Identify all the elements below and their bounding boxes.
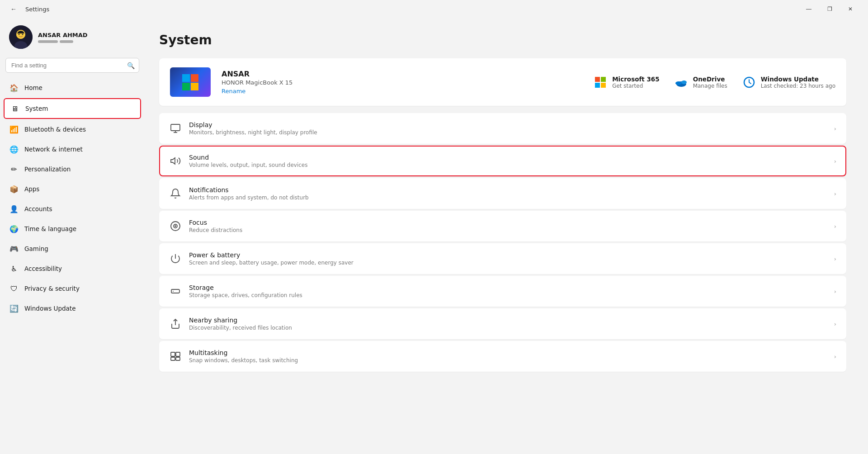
settings-text-sound: Sound Volume levels, output, input, soun…	[189, 154, 827, 168]
svg-marker-21	[171, 158, 175, 164]
settings-icon-display	[169, 122, 182, 135]
nav-label-time: Time & language	[24, 225, 76, 232]
back-button[interactable]: ←	[7, 3, 20, 15]
settings-icon-storage	[169, 285, 182, 298]
settings-icon-notifications	[169, 187, 182, 200]
nav-label-network: Network & internet	[24, 146, 83, 153]
sidebar-profile: ANSAR AHMAD	[4, 18, 141, 54]
settings-item-display[interactable]: Display Monitors, brightness, night ligh…	[159, 113, 846, 144]
chevron-icon-multitasking: ›	[834, 353, 836, 360]
sidebar-username: ANSAR AHMAD	[38, 32, 88, 38]
sidebar-item-accounts[interactable]: 👤 Accounts	[4, 199, 141, 218]
sidebar-item-network[interactable]: 🌐 Network & internet	[4, 140, 141, 159]
quick-link-microsoft365[interactable]: Microsoft 365 Get started	[593, 75, 660, 90]
svg-rect-30	[171, 357, 175, 360]
nav-label-apps: Apps	[24, 185, 39, 193]
sidebar-item-apps[interactable]: 📦 Apps	[4, 180, 141, 199]
sidebar-item-windows-update[interactable]: 🔄 Windows Update	[4, 299, 141, 318]
nav-label-personalization: Personalization	[24, 166, 71, 173]
nav-icon-personalization: ✏️	[9, 164, 19, 174]
settings-subtitle-sound: Volume levels, output, input, sound devi…	[189, 162, 827, 168]
rename-link[interactable]: Rename	[222, 88, 582, 95]
quick-link-title-onedrive: OneDrive	[693, 76, 727, 83]
chevron-icon-focus: ›	[834, 223, 836, 230]
quick-link-sub-microsoft365: Get started	[612, 83, 660, 89]
device-model: HONOR MagicBook X 15	[222, 79, 582, 86]
quick-link-sub-onedrive: Manage files	[693, 83, 727, 89]
settings-item-multitasking[interactable]: Multitasking Snap windows, desktops, tas…	[159, 341, 846, 372]
svg-rect-13	[601, 83, 606, 88]
chevron-icon-nearby: ›	[834, 321, 836, 327]
sidebar-item-time[interactable]: 🌍 Time & language	[4, 219, 141, 238]
sidebar-bar-1	[38, 40, 58, 43]
settings-title-multitasking: Multitasking	[189, 349, 827, 356]
settings-item-power[interactable]: Power & battery Screen and sleep, batter…	[159, 243, 846, 274]
nav-icon-accessibility: ♿	[9, 264, 19, 274]
quick-link-onedrive[interactable]: OneDrive Manage files	[674, 75, 727, 90]
nav-label-bluetooth: Bluetooth & devices	[24, 126, 86, 133]
settings-subtitle-nearby: Discoverability, received files location	[189, 325, 827, 331]
settings-item-notifications[interactable]: Notifications Alerts from apps and syste…	[159, 178, 846, 209]
maximize-button[interactable]: ❐	[819, 2, 840, 16]
chevron-icon-display: ›	[834, 125, 836, 132]
nav-label-windows-update: Windows Update	[24, 305, 75, 312]
quick-links: Microsoft 365 Get started OneDrive Manag…	[593, 75, 835, 90]
svg-point-15	[675, 81, 682, 85]
quick-link-text-onedrive: OneDrive Manage files	[693, 76, 727, 89]
svg-rect-28	[171, 352, 175, 356]
chevron-icon-storage: ›	[834, 288, 836, 295]
svg-rect-12	[595, 83, 600, 88]
settings-text-display: Display Monitors, brightness, night ligh…	[189, 121, 827, 136]
nav-icon-time: 🌍	[9, 224, 19, 234]
nav-icon-privacy: 🛡	[9, 284, 19, 293]
settings-subtitle-storage: Storage space, drives, configuration rul…	[189, 292, 827, 298]
settings-text-notifications: Notifications Alerts from apps and syste…	[189, 186, 827, 201]
search-container: 🔍	[5, 58, 139, 73]
settings-icon-nearby	[169, 317, 182, 330]
settings-item-storage[interactable]: Storage Storage space, drives, configura…	[159, 276, 846, 307]
settings-text-focus: Focus Reduce distractions	[189, 219, 827, 233]
settings-icon-sound	[169, 155, 182, 167]
nav-icon-system: 🖥	[10, 104, 20, 114]
system-header-card: ANSAR HONOR MagicBook X 15 Rename Micros…	[159, 58, 846, 106]
device-thumbnail	[170, 67, 211, 97]
settings-title-nearby: Nearby sharing	[189, 317, 827, 324]
quick-link-sub-windows-update: Last checked: 23 hours ago	[761, 83, 835, 89]
nav-label-accounts: Accounts	[24, 205, 52, 213]
device-info: ANSAR HONOR MagicBook X 15 Rename	[222, 70, 582, 95]
settings-item-focus[interactable]: Focus Reduce distractions ›	[159, 211, 846, 241]
minimize-button[interactable]: —	[798, 2, 819, 16]
sidebar-item-accessibility[interactable]: ♿ Accessibility	[4, 259, 141, 278]
sidebar-nav: 🏠 Home 🖥 System 📶 Bluetooth & devices 🌐 …	[4, 78, 141, 318]
quick-link-icon-onedrive	[674, 75, 689, 90]
sidebar-item-privacy[interactable]: 🛡 Privacy & security	[4, 279, 141, 298]
chevron-icon-power: ›	[834, 255, 836, 262]
settings-title-storage: Storage	[189, 284, 827, 291]
chevron-icon-sound: ›	[834, 158, 836, 165]
quick-link-windows-update[interactable]: Windows Update Last checked: 23 hours ag…	[742, 75, 835, 90]
svg-rect-11	[601, 77, 606, 82]
page-title: System	[159, 33, 846, 47]
settings-list: Display Monitors, brightness, night ligh…	[159, 113, 846, 372]
sidebar-item-bluetooth[interactable]: 📶 Bluetooth & devices	[4, 120, 141, 139]
settings-item-nearby[interactable]: Nearby sharing Discoverability, received…	[159, 308, 846, 339]
settings-title-power: Power & battery	[189, 251, 827, 259]
quick-link-text-windows-update: Windows Update Last checked: 23 hours ag…	[761, 76, 835, 89]
settings-subtitle-power: Screen and sleep, battery usage, power m…	[189, 260, 827, 266]
sidebar-item-gaming[interactable]: 🎮 Gaming	[4, 239, 141, 258]
svg-rect-8	[182, 83, 190, 90]
settings-subtitle-multitasking: Snap windows, desktops, task switching	[189, 357, 827, 364]
titlebar: ← Settings — ❐ ✕	[0, 0, 868, 18]
settings-text-multitasking: Multitasking Snap windows, desktops, tas…	[189, 349, 827, 364]
sidebar-item-system[interactable]: 🖥 System	[4, 98, 141, 119]
nav-label-accessibility: Accessibility	[24, 265, 62, 272]
settings-item-sound[interactable]: Sound Volume levels, output, input, soun…	[159, 146, 846, 176]
avatar	[9, 25, 33, 49]
close-button[interactable]: ✕	[840, 2, 861, 16]
svg-point-24	[175, 226, 176, 227]
sidebar-item-home[interactable]: 🏠 Home	[4, 78, 141, 97]
sidebar-bars	[38, 40, 88, 43]
search-input[interactable]	[5, 58, 139, 73]
svg-rect-29	[176, 352, 180, 356]
sidebar-item-personalization[interactable]: ✏️ Personalization	[4, 160, 141, 179]
